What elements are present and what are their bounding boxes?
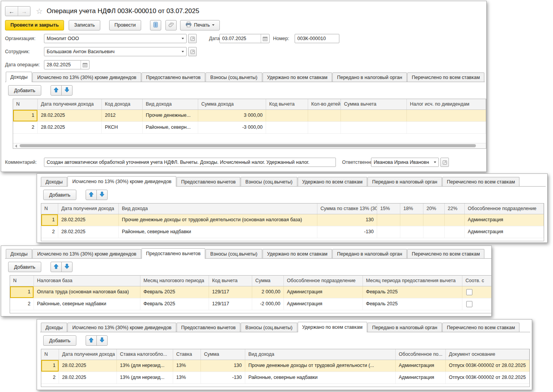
date-input[interactable] [220, 34, 261, 43]
column-header[interactable]: N [41, 204, 58, 214]
column-header[interactable]: 15% [377, 204, 400, 214]
employee-input[interactable] [44, 47, 179, 56]
move-down-button[interactable] [61, 262, 72, 272]
organization-open-button[interactable] [188, 34, 197, 43]
organization-input[interactable] [44, 34, 179, 43]
column-header[interactable]: Дата получения дохода [58, 204, 119, 214]
cell[interactable]: 2012 [102, 110, 143, 121]
column-header[interactable]: Документ основание [446, 349, 529, 360]
forward-button[interactable]: → [18, 7, 30, 16]
cell[interactable]: 1 [10, 286, 34, 298]
cell[interactable]: 130 [201, 360, 245, 372]
cell[interactable]: 130 [317, 214, 377, 226]
tab-contributions-social[interactable]: Взносы (соц.вычеты) [241, 177, 297, 186]
cell[interactable] [445, 226, 465, 238]
column-header[interactable]: Дата получения дохода [38, 99, 102, 109]
cell[interactable] [377, 226, 400, 238]
tab-remitted-all-rates[interactable]: Перечислено по всем ставкам [407, 72, 484, 82]
organization-dropdown-arrow-icon[interactable] [179, 34, 186, 43]
tab-computed-13-except-dividends[interactable]: Исчислено по 13% (30%) кроме дивидендов [32, 249, 141, 258]
column-header[interactable]: Кол-во детей [308, 99, 341, 109]
scroll-left-arrow-icon[interactable] [15, 145, 17, 148]
cell[interactable]: 2 [41, 226, 58, 238]
cell[interactable]: РКСН [102, 122, 143, 133]
cell[interactable]: Районные, северные надбавки [119, 226, 317, 238]
cell[interactable]: 28.02.2025 [58, 214, 119, 226]
tab-transferred-to-tax-authority[interactable]: Передано в налоговый орган [368, 323, 442, 332]
cell[interactable] [400, 226, 423, 238]
add-row-button[interactable]: Добавить [8, 85, 41, 96]
scrollbar-thumb[interactable] [20, 144, 476, 147]
cell[interactable]: 2 000,00 [252, 286, 284, 298]
column-header[interactable]: Обособленное подразделение [465, 204, 544, 214]
cell[interactable]: 28.02.2025 [59, 372, 117, 384]
move-up-button[interactable] [51, 85, 62, 96]
column-header[interactable]: Сумма вычета [341, 99, 407, 109]
cell[interactable] [266, 122, 308, 133]
cell[interactable]: Отпуск 003К-000002 от 28.02.2025 [446, 360, 529, 372]
horizontal-scrollbar[interactable] [13, 143, 486, 148]
move-down-button[interactable] [61, 85, 72, 96]
cell[interactable] [462, 298, 492, 310]
tab-withheld-all-rates[interactable]: Удержано по всем ставкам [298, 177, 367, 186]
cell[interactable]: 13% [173, 360, 201, 372]
table-row[interactable]: 128.02.20252012Прочие денежные...3 000,0… [13, 110, 486, 122]
number-input[interactable] [295, 34, 339, 43]
tab-deductions-provided[interactable]: Предоставлено вычетов [177, 323, 240, 332]
operation-date-calendar-icon[interactable] [81, 61, 89, 69]
table-row[interactable]: 1Оплата труда (основная налоговая база)Ф… [10, 286, 492, 298]
column-header[interactable]: Месяц периода предоставления вычета [363, 276, 462, 286]
register-records-button[interactable] [150, 20, 161, 30]
column-header[interactable]: Сумма [252, 276, 284, 286]
post-and-close-button[interactable]: Провести и закрыть [5, 20, 64, 30]
cell[interactable]: Прочие денежные... [143, 110, 198, 121]
tab-withheld-all-rates[interactable]: Удержано по всем ставкам [263, 249, 332, 258]
tab-deductions-provided[interactable]: Предоставлено вычетов [142, 72, 205, 82]
cell[interactable]: 2 [41, 372, 59, 384]
table-row[interactable]: 2Районные, северные надбавкиФевраль 2025… [10, 298, 492, 310]
cell[interactable]: Февраль 2025 [140, 298, 209, 310]
column-header[interactable]: Вид дохода [119, 204, 317, 214]
cell[interactable] [341, 110, 407, 121]
column-header[interactable]: Код вычета [209, 276, 252, 286]
cell[interactable]: Администрация [284, 298, 363, 310]
cell[interactable] [400, 214, 423, 226]
table-row[interactable]: 228.02.2025РКСНРайонные, северн...-3 000… [13, 122, 486, 134]
cell[interactable] [445, 214, 465, 226]
cell[interactable]: 2 [10, 298, 34, 310]
responsible-open-button[interactable] [440, 158, 449, 167]
column-header[interactable]: Вид дохода [245, 349, 396, 360]
cell[interactable]: Февраль 2025 [363, 286, 462, 298]
responsible-input[interactable] [371, 158, 432, 167]
cell[interactable]: Районные, северные надбавки [34, 298, 140, 310]
tab-deductions-provided[interactable]: Предоставлено вычетов [177, 177, 240, 186]
move-up-button[interactable] [86, 190, 97, 200]
cell[interactable]: Оплата труда (основная налоговая база) [34, 286, 140, 298]
column-header[interactable]: Обособленное по... [396, 349, 446, 360]
column-header[interactable]: Сумма по ставке 13% (30%) [317, 204, 377, 214]
add-row-button[interactable]: Добавить [43, 190, 76, 200]
column-header[interactable]: Дата получения дохода [59, 349, 117, 360]
cell[interactable] [423, 214, 445, 226]
tab-contributions-social[interactable]: Взносы (соц.вычеты) [206, 249, 262, 258]
column-header[interactable]: N [41, 349, 59, 360]
table-row[interactable]: 128.02.202513% (для нерезид...13%130Проч… [41, 360, 529, 372]
cell[interactable]: Районные, северн... [143, 122, 198, 133]
tab-incomes[interactable]: Доходы [41, 323, 67, 332]
cell[interactable]: Администрация [396, 372, 446, 384]
column-header[interactable]: Налоговая база [34, 276, 140, 286]
table-row[interactable]: 228.02.202513% (для нерезид...13%-130Рай… [41, 372, 529, 384]
cell[interactable]: 13% (для нерезид... [117, 360, 173, 372]
tab-incomes[interactable]: Доходы [6, 72, 32, 82]
column-header[interactable]: 20% [423, 204, 445, 214]
cell[interactable]: 1 [13, 110, 38, 121]
post-button[interactable]: Провести [109, 20, 141, 30]
column-header[interactable]: Код вычета [266, 99, 308, 109]
tab-computed-13-except-dividends[interactable]: Исчислено по 13% (30%) кроме дивидендов [32, 72, 141, 82]
cell[interactable]: Февраль 2025 [363, 298, 462, 310]
date-calendar-icon[interactable] [261, 34, 269, 43]
cell[interactable]: Февраль 2025 [140, 286, 209, 298]
tab-withheld-all-rates[interactable]: Удержано по всем ставкам [263, 72, 332, 82]
tab-remitted-all-rates[interactable]: Перечислено по всем ставкам [442, 323, 519, 332]
tab-incomes[interactable]: Доходы [41, 177, 67, 186]
